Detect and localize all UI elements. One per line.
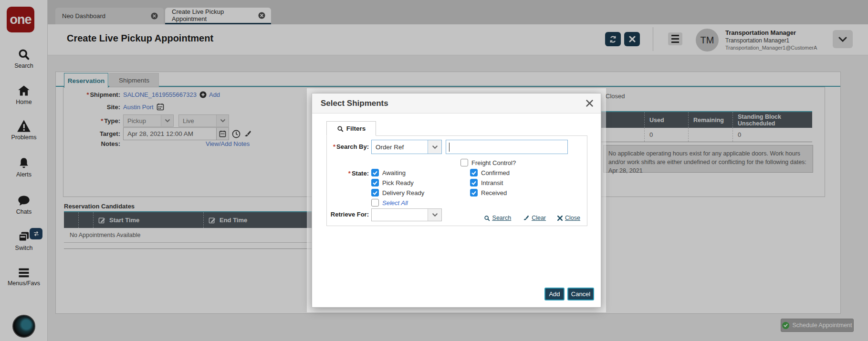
checkbox-icon [371, 169, 379, 176]
checkbox-icon [371, 189, 379, 196]
filter-actions: Search Clear Close [484, 215, 580, 221]
state-checkbox-delivery-ready[interactable]: Delivery Ready [371, 189, 424, 196]
brush-clear-icon [523, 215, 529, 221]
search-by-select[interactable]: Order Ref [371, 140, 442, 154]
state-checkbox-received[interactable]: Received [470, 189, 507, 196]
checkbox-icon [371, 199, 379, 207]
search-link[interactable]: Search [484, 215, 512, 221]
checkbox-icon [460, 159, 468, 166]
text-caret [449, 143, 450, 152]
modal-title: Select Shipments [321, 99, 586, 108]
state-label: *State: [327, 170, 369, 177]
add-button[interactable]: Add [544, 288, 565, 300]
select-all-checkbox[interactable]: Select All [371, 199, 408, 207]
modal-titlebar: Select Shipments [312, 93, 601, 114]
filters-panel: *Search By: Order Ref Freight Control? *… [326, 135, 587, 226]
filters-tab[interactable]: Filters [326, 121, 376, 136]
state-checkbox-awaiting[interactable]: Awaiting [371, 169, 406, 176]
state-checkbox-intransit[interactable]: Intransit [470, 179, 503, 186]
app-window: one Search Home Problems Alerts Chats Sw… [0, 0, 868, 341]
close-link[interactable]: Close [557, 215, 580, 221]
select-shipments-modal: Select Shipments Filters *Search By: Ord… [312, 93, 601, 308]
state-checkbox-pick-ready[interactable]: Pick Ready [371, 179, 414, 186]
checkbox-icon [470, 169, 478, 176]
chevron-down-icon [432, 145, 438, 149]
retrieve-for-select[interactable] [371, 208, 442, 221]
search-icon [337, 125, 344, 132]
search-value-input[interactable] [446, 140, 568, 154]
checkbox-icon [470, 189, 478, 196]
checkbox-icon [470, 179, 478, 186]
search-by-value: Order Ref [372, 144, 428, 151]
select-shipments-modal-wrapper: Select Shipments Filters *Search By: Ord… [307, 88, 606, 312]
modal-close-icon[interactable] [586, 100, 593, 107]
state-checkbox-confirmed[interactable]: Confirmed [470, 169, 510, 176]
retrieve-for-label: Retrieve For: [327, 211, 369, 218]
search-icon [484, 215, 490, 221]
chevron-down-icon [432, 213, 438, 217]
cancel-button[interactable]: Cancel [567, 288, 594, 300]
clear-link[interactable]: Clear [523, 215, 546, 221]
search-by-label: *Search By: [327, 143, 369, 150]
close-icon [557, 216, 563, 221]
freight-control-checkbox[interactable]: Freight Control? [460, 159, 516, 166]
checkbox-icon [371, 179, 379, 186]
